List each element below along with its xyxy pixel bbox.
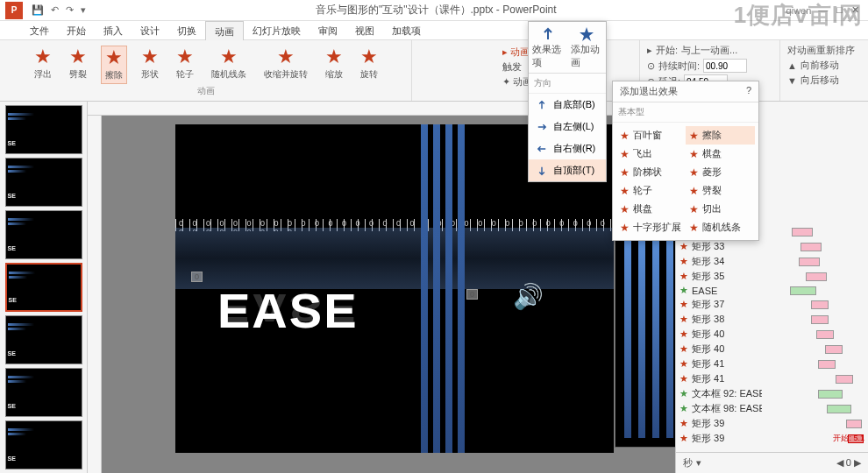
timeline-bar[interactable] <box>790 286 816 295</box>
tab-file[interactable]: 文件 <box>21 21 58 40</box>
effect-旋转[interactable]: ★旋转 <box>357 46 381 84</box>
thumb-6[interactable]: SE <box>5 368 82 417</box>
timeline-bar[interactable] <box>811 315 829 324</box>
anim-row[interactable]: ★矩形 38 <box>676 312 868 327</box>
anim-row[interactable]: ★矩形 39 <box>676 416 868 431</box>
move-back[interactable]: ▼ 向后移动 <box>787 74 861 87</box>
timeline-bar[interactable] <box>811 300 829 309</box>
timeline-bar[interactable] <box>836 375 853 384</box>
timeline-bar[interactable] <box>825 345 843 354</box>
timeline-bar[interactable] <box>827 405 851 413</box>
exit-轮子[interactable]: ★轮子 <box>616 181 686 200</box>
effect-轮子[interactable]: ★轮子 <box>173 46 197 84</box>
tab-review[interactable]: 审阅 <box>309 21 346 40</box>
exit-飞出[interactable]: ★飞出 <box>616 145 686 163</box>
exit-擦除[interactable]: ★擦除 <box>686 126 755 145</box>
timeline-bar[interactable] <box>800 243 822 251</box>
exit-菱形[interactable]: ★菱形 <box>686 163 755 181</box>
slide-thumbnails[interactable]: SE SE SE SE SE SE SE <box>0 102 88 473</box>
direction-right[interactable]: 自左侧(L) <box>529 116 606 138</box>
save-icon[interactable]: 💾 <box>32 4 44 16</box>
star-icon: ★ <box>689 222 699 234</box>
effect-随机线条[interactable]: ★随机线条 <box>208 46 250 84</box>
marker-0b[interactable]: 0 <box>466 289 478 300</box>
trigger-button[interactable]: 触发 <box>502 60 522 74</box>
move-fwd[interactable]: ▲ 向前移动 <box>787 59 861 72</box>
thumb-4[interactable]: SE <box>5 263 82 312</box>
timeline-bar[interactable] <box>799 258 820 266</box>
effect-label: 形状 <box>141 68 159 81</box>
anim-row[interactable]: ★文本框 92: EASE <box>676 386 868 401</box>
timeline-bar[interactable] <box>792 228 813 236</box>
exit-切出[interactable]: ★切出 <box>686 200 755 218</box>
effect-label: 旋转 <box>360 68 378 81</box>
thumb-5[interactable]: SE <box>5 315 82 364</box>
speaker-icon[interactable]: 🔊 <box>513 282 544 311</box>
arrow-left-icon <box>536 143 548 155</box>
thumb-1[interactable]: SE <box>5 105 82 154</box>
thumb-2[interactable]: SE <box>5 158 82 207</box>
anim-row[interactable]: ★矩形 41 <box>676 357 868 371</box>
anim-row[interactable]: ★文本框 98: EASE <box>676 401 868 416</box>
thumb-3[interactable]: SE <box>5 210 82 259</box>
star-icon: ★ <box>689 166 699 179</box>
effect-劈裂[interactable]: ★劈裂 <box>66 46 90 84</box>
animation-gallery[interactable]: ★浮出★劈裂★擦除★形状★轮子★随机线条★收缩并旋转★缩放★旋转 <box>31 42 381 84</box>
tab-insert[interactable]: 插入 <box>95 21 132 40</box>
tab-animation[interactable]: 动画 <box>205 21 244 40</box>
anim-row[interactable]: ★矩形 41 <box>676 371 868 386</box>
anim-row[interactable]: ★矩形 33 <box>676 239 868 254</box>
exit-阶梯状[interactable]: ★阶梯状 <box>616 163 686 181</box>
anim-row[interactable]: ★矩形 39开始: 5.1 <box>676 431 868 446</box>
watermark: 1便店v亩l网 <box>734 0 863 31</box>
direction-left[interactable]: 自右侧(R) <box>529 138 606 159</box>
effect-浮出[interactable]: ★浮出 <box>31 46 55 84</box>
undo-icon[interactable]: ↶ <box>51 4 59 16</box>
thumb-7[interactable]: SE <box>5 420 82 469</box>
star-icon: ★ <box>620 130 630 142</box>
effect-options-button[interactable]: 效果选项 <box>532 25 564 69</box>
group-label-animation: 动画 <box>197 85 215 97</box>
exit-百叶窗[interactable]: ★百叶窗 <box>616 126 686 145</box>
effect-label: 收缩并旋转 <box>264 68 308 81</box>
tab-start[interactable]: 开始 <box>58 21 95 40</box>
anim-row[interactable]: ★矩形 35 <box>676 269 868 284</box>
anim-row[interactable]: ★矩形 34 <box>676 254 868 269</box>
anim-row[interactable]: ★矩形 37 <box>676 297 868 312</box>
exit-棋盘[interactable]: ★棋盘 <box>616 200 686 218</box>
start-value[interactable]: 与上一动画... <box>681 44 737 57</box>
tab-addon[interactable]: 加载项 <box>383 21 430 40</box>
exit-劈裂[interactable]: ★劈裂 <box>686 181 755 200</box>
effect-形状[interactable]: ★形状 <box>138 46 162 84</box>
tab-slideshow[interactable]: 幻灯片放映 <box>244 21 309 40</box>
duration-input[interactable] <box>703 59 747 73</box>
redo-icon[interactable]: ↷ <box>66 4 74 16</box>
star-icon: ★ <box>34 47 52 67</box>
help-icon[interactable]: ? <box>746 85 751 98</box>
timeline-bar[interactable] <box>818 360 836 369</box>
exit-棋盘[interactable]: ★棋盘 <box>686 145 755 163</box>
chevron-down-icon[interactable]: ▾ <box>696 457 701 469</box>
anim-row[interactable]: ★矩形 40 <box>676 327 868 342</box>
marker-0a[interactable]: 0 <box>191 272 203 282</box>
tab-trans[interactable]: 切换 <box>168 21 205 40</box>
direction-up[interactable]: 自底部(B) <box>529 94 606 116</box>
tab-view[interactable]: 视图 <box>346 21 383 40</box>
timeline-bar[interactable] <box>806 272 827 281</box>
direction-down[interactable]: 自顶部(T) <box>529 159 606 181</box>
timeline-bar[interactable] <box>818 390 843 399</box>
anim-row[interactable]: ★EASE <box>676 284 868 297</box>
timeline-bar[interactable] <box>846 420 862 428</box>
effect-收缩并旋转[interactable]: ★收缩并旋转 <box>260 46 311 84</box>
add-animation-button[interactable]: 添加动画 <box>571 25 602 69</box>
effect-label: 劈裂 <box>69 68 87 81</box>
timeline-bar[interactable] <box>816 330 834 339</box>
effect-擦除[interactable]: ★擦除 <box>101 46 127 84</box>
anim-row[interactable]: ★矩形 40 <box>676 342 868 357</box>
star-icon: ★ <box>69 47 87 67</box>
tab-design[interactable]: 设计 <box>132 21 168 40</box>
effect-缩放[interactable]: ★缩放 <box>322 46 346 84</box>
exit-十字形扩展[interactable]: ★十字形扩展 <box>616 218 686 236</box>
exit-随机线条[interactable]: ★随机线条 <box>686 218 755 236</box>
quick-access-toolbar[interactable]: 💾 ↶ ↷ ▾ <box>28 4 86 16</box>
